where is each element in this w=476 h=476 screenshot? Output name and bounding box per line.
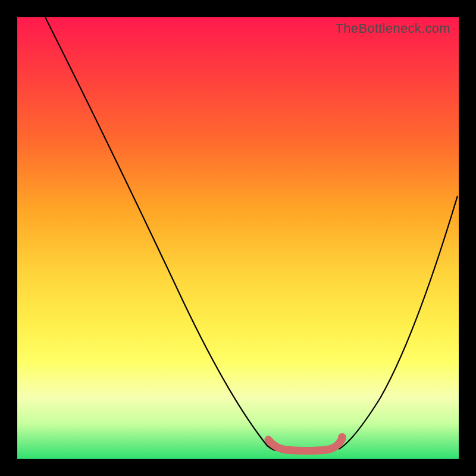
watermark-text: TheBottleneck.com bbox=[336, 21, 450, 36]
right-curve bbox=[339, 196, 458, 449]
left-curve bbox=[45, 17, 276, 450]
optimal-range-marker bbox=[268, 439, 342, 451]
chart-plot-area: TheBottleneck.com bbox=[17, 17, 459, 459]
chart-svg bbox=[17, 17, 459, 459]
marker-end-dot bbox=[338, 433, 346, 441]
